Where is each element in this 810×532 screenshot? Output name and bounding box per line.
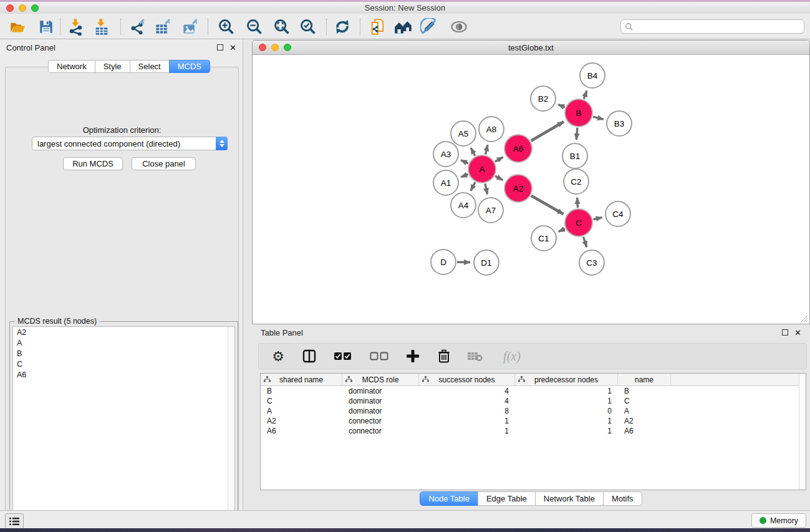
graph-node-A1[interactable]: A1 xyxy=(433,170,459,196)
edge-C-C1[interactable] xyxy=(559,229,565,232)
graph-node-A[interactable]: A xyxy=(468,155,496,183)
edge-B-B4[interactable] xyxy=(584,90,587,99)
edge-A-A6[interactable] xyxy=(495,157,503,162)
column-header-predecessor-nodes[interactable]: predecessor nodes xyxy=(515,374,618,385)
graph-node-C4[interactable]: C4 xyxy=(605,201,631,227)
table-row[interactable]: C dominator 4 1 C xyxy=(261,396,806,406)
new-network-from-selection-button[interactable] xyxy=(368,17,388,36)
table-row[interactable]: A2 connector 1 1 A2 xyxy=(261,416,806,426)
save-session-button[interactable] xyxy=(36,17,56,36)
graph-node-B2[interactable]: B2 xyxy=(530,85,556,112)
graph-node-B1[interactable]: B1 xyxy=(562,143,588,169)
float-panel-icon[interactable] xyxy=(782,329,788,336)
tab-mcds[interactable]: MCDS xyxy=(169,60,210,73)
graph-node-A5[interactable]: A5 xyxy=(450,120,476,147)
export-image-button[interactable] xyxy=(181,17,201,36)
deselect-all-button[interactable] xyxy=(369,348,390,364)
tab-node-table[interactable]: Node Table xyxy=(420,491,478,506)
list-item[interactable]: C xyxy=(13,359,234,369)
delete-table-button[interactable] xyxy=(467,348,483,364)
delete-column-button[interactable] xyxy=(436,348,452,364)
edge-C-C2[interactable] xyxy=(577,198,578,208)
edge-A-A7[interactable] xyxy=(485,184,488,195)
graph-node-C[interactable]: C xyxy=(564,208,593,237)
graph-node-C3[interactable]: C3 xyxy=(579,249,605,276)
close-panel-icon[interactable]: ✕ xyxy=(229,43,236,52)
list-item[interactable]: A2 xyxy=(13,327,234,337)
zoom-in-button[interactable] xyxy=(216,17,236,36)
table-row[interactable]: A6 connector 1 1 A6 xyxy=(261,426,806,436)
criterion-dropdown[interactable]: largest connected component (directed) xyxy=(32,137,228,150)
tab-motifs[interactable]: Motifs xyxy=(603,491,642,506)
edge-A-A5[interactable] xyxy=(471,148,475,156)
search-field[interactable] xyxy=(620,19,804,34)
tab-select[interactable]: Select xyxy=(130,60,170,73)
run-mcds-button[interactable]: Run MCDS xyxy=(63,157,123,170)
list-item[interactable]: B xyxy=(13,348,234,359)
network-window-titlebar[interactable]: testGlobe.txt xyxy=(253,41,809,55)
select-all-button[interactable] xyxy=(332,348,354,364)
scrollbar-track[interactable] xyxy=(228,327,234,532)
show-graphics-details-button[interactable] xyxy=(449,17,469,36)
export-network-button[interactable] xyxy=(128,17,148,36)
search-input[interactable] xyxy=(636,22,804,31)
graph-node-A6[interactable]: A6 xyxy=(504,134,533,163)
mcds-result-list[interactable]: A2 A B C A6 xyxy=(12,326,235,532)
graph-node-A7[interactable]: A7 xyxy=(478,197,504,223)
graph-node-B4[interactable]: B4 xyxy=(579,62,605,89)
import-table-button[interactable] xyxy=(92,17,112,36)
edge-A2-C[interactable] xyxy=(531,196,564,214)
column-header-successor-nodes[interactable]: successor nodes xyxy=(419,374,515,385)
hide-labels-button[interactable] xyxy=(419,17,439,36)
task-history-button[interactable] xyxy=(5,513,24,529)
graph-node-A3[interactable]: A3 xyxy=(433,141,459,167)
zoom-fit-button[interactable] xyxy=(272,17,292,36)
add-column-button[interactable] xyxy=(405,348,421,364)
node-table[interactable]: shared name MCDS role successor nodes pr… xyxy=(260,373,806,490)
tab-edge-table[interactable]: Edge Table xyxy=(478,491,536,506)
table-options-button[interactable]: ⚙ xyxy=(270,348,286,364)
graph-node-B[interactable]: B xyxy=(564,99,593,127)
graph-node-D1[interactable]: D1 xyxy=(473,249,499,276)
tab-network[interactable]: Network xyxy=(48,60,95,73)
first-neighbors-button[interactable] xyxy=(393,17,413,36)
close-panel-icon[interactable]: ✕ xyxy=(794,328,801,337)
graph-node-D[interactable]: D xyxy=(430,249,456,275)
graph-node-A2[interactable]: A2 xyxy=(504,174,533,203)
graph-node-C1[interactable]: C1 xyxy=(531,225,557,251)
export-table-button[interactable] xyxy=(153,17,173,36)
function-builder-button[interactable]: f(x) xyxy=(498,348,526,364)
table-row[interactable]: B dominator 4 1 B xyxy=(261,386,806,396)
tab-style[interactable]: Style xyxy=(95,60,130,73)
show-columns-button[interactable] xyxy=(301,348,317,364)
resize-grip[interactable] xyxy=(799,314,808,322)
open-session-button[interactable] xyxy=(7,17,27,36)
edge-C-C3[interactable] xyxy=(584,237,587,248)
network-canvas[interactable]: A A6 A2 B C A1 A3 A4 A5 A7 A8 B1 B2 B3 B… xyxy=(253,56,809,324)
edge-A-A3[interactable] xyxy=(461,160,468,163)
edge-A-A8[interactable] xyxy=(486,145,488,154)
float-panel-icon[interactable] xyxy=(217,44,223,51)
memory-button[interactable]: Memory xyxy=(751,513,806,528)
graph-node-C2[interactable]: C2 xyxy=(563,168,589,195)
edge-A6-B[interactable] xyxy=(531,122,564,141)
edge-B-B3[interactable] xyxy=(593,117,604,119)
edge-A-A2[interactable] xyxy=(495,176,503,180)
list-item[interactable]: A6 xyxy=(13,369,234,380)
graph-node-B3[interactable]: B3 xyxy=(606,110,632,137)
refresh-layout-button[interactable] xyxy=(332,17,352,36)
column-header-name[interactable]: name xyxy=(618,374,671,385)
edge-A-A4[interactable] xyxy=(471,182,475,191)
zoom-out-button[interactable] xyxy=(244,17,264,36)
zoom-selected-button[interactable] xyxy=(298,17,318,36)
graph-node-A4[interactable]: A4 xyxy=(450,192,476,218)
column-header-shared-name[interactable]: shared name xyxy=(261,374,342,385)
graph-node-A8[interactable]: A8 xyxy=(478,116,504,142)
table-row[interactable]: A dominator 8 0 A xyxy=(261,406,806,416)
import-network-button[interactable] xyxy=(66,17,86,36)
tab-network-table[interactable]: Network Table xyxy=(535,491,604,506)
edge-A-A1[interactable] xyxy=(461,175,468,177)
edge-B-B1[interactable] xyxy=(576,128,577,140)
list-item[interactable]: A xyxy=(13,337,234,348)
column-header-mcds-role[interactable]: MCDS role xyxy=(342,374,419,385)
